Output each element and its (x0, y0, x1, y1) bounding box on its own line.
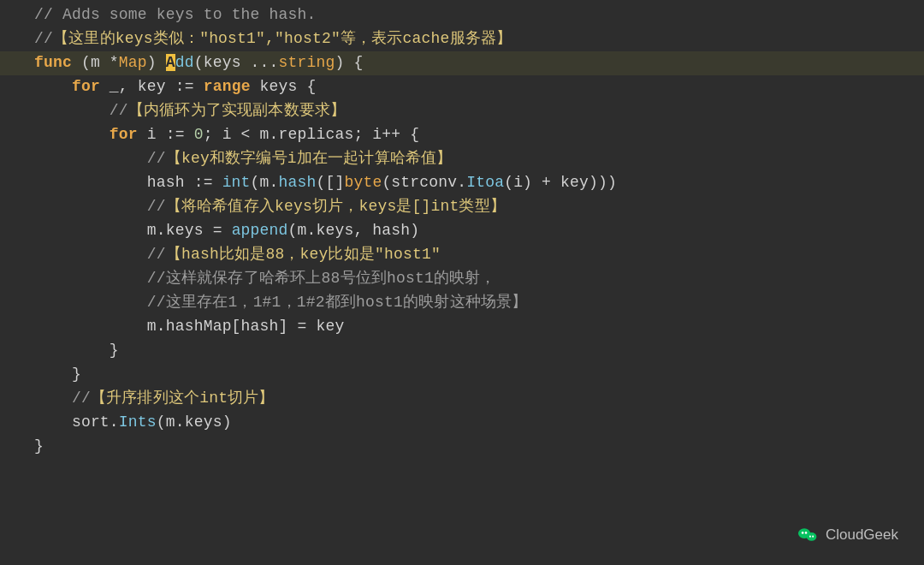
code-container: // Adds some keys to the hash.//【这里的keys… (0, 0, 924, 565)
line-content: //这里存在1，1#1，1#2都到host1的映射这种场景】 (34, 291, 527, 315)
var-token (34, 126, 110, 143)
var-token: sort. (34, 413, 119, 431)
chinese-token: 【升序排列这个int切片】 (91, 390, 275, 407)
keyword-token: func (34, 54, 72, 71)
code-line: m.keys = append(m.keys, hash) (0, 219, 924, 243)
code-line: //【这里的keys类似："host1","host2"等，表示cache服务器… (0, 27, 924, 51)
line-content: //【将哈希值存入keys切片，keys是[]int类型】 (34, 195, 506, 219)
chinese-token: 【hash比如是88，key比如是"host1" (166, 246, 441, 263)
line-content: m.keys = append(m.keys, hash) (34, 219, 419, 243)
type-token: byte (344, 174, 382, 191)
svg-point-5 (812, 535, 814, 537)
keyword-token: range (204, 78, 251, 95)
var-token: m.hashMap[hash] = key (34, 318, 344, 335)
watermark-text: CloudGeek (826, 524, 898, 546)
line-content: hash := int(m.hash([]byte(strconv.Itoa(i… (34, 171, 617, 195)
line-content: // Adds some keys to the hash. (34, 3, 316, 27)
svg-point-2 (805, 532, 808, 534)
code-line: //这样就保存了哈希环上88号位到host1的映射， (0, 267, 924, 291)
chinese-token: 【这里的keys类似："host1","host2"等，表示cache服务器】 (53, 30, 512, 47)
comment-token: // (72, 390, 91, 407)
line-content: for _, key := range keys { (34, 75, 317, 99)
code-line: //【key和数字编号i加在一起计算哈希值】 (0, 147, 924, 171)
code-line: for i := 0; i < m.replicas; i++ { (0, 123, 924, 147)
comment-token: the (232, 6, 260, 23)
comment-token: // (147, 246, 166, 263)
var-token: (m.keys, hash) (288, 222, 420, 239)
code-line: func (m *Map) Add(keys ...string) { (0, 51, 924, 75)
var-token: (strconv. (382, 174, 466, 191)
comment-token: // (34, 30, 53, 47)
var-token: } (34, 366, 81, 383)
method-token: Itoa (466, 174, 504, 191)
var-token (34, 246, 147, 263)
code-line: // Adds some keys to the hash. (0, 3, 924, 27)
keyword-token: for (110, 126, 138, 143)
wechat-icon (797, 524, 819, 546)
comment-token: // (110, 102, 128, 119)
var-token (34, 198, 147, 215)
type-token: Map (119, 54, 147, 71)
code-line: hash := int(m.hash([]byte(strconv.Itoa(i… (0, 171, 924, 195)
watermark: CloudGeek (797, 524, 898, 546)
line-content: sort.Ints(m.keys) (34, 411, 232, 435)
code-line: for _, key := range keys { (0, 75, 924, 99)
var-token: (m. (251, 174, 279, 191)
code-line: sort.Ints(m.keys) (0, 411, 924, 435)
method-token: hash (279, 174, 317, 191)
chinese-token: 【key和数字编号i加在一起计算哈希值】 (166, 150, 453, 167)
var-token: (m.keys) (157, 413, 232, 431)
code-line: } (0, 435, 924, 459)
code-line: m.hashMap[hash] = key (0, 315, 924, 339)
keyword-token: for (72, 78, 100, 95)
code-line: //【升序排列这个int切片】 (0, 387, 924, 411)
code-line: } (0, 339, 924, 363)
func-token: append (232, 222, 288, 239)
var-token (34, 390, 72, 407)
func-token: dd (175, 54, 194, 71)
func-token: int (222, 174, 251, 191)
line-content: //【升序排列这个int切片】 (34, 387, 275, 411)
var-token: } (34, 437, 44, 455)
line-content: //【内循环为了实现副本数要求】 (34, 99, 346, 123)
code-line: //这里存在1，1#1，1#2都到host1的映射这种场景】 (0, 291, 924, 315)
var-token: m.keys = (34, 222, 232, 239)
code-line: //【hash比如是88，key比如是"host1" (0, 243, 924, 267)
svg-point-4 (809, 535, 811, 537)
cursor-token: A (166, 54, 175, 71)
svg-point-1 (802, 532, 804, 534)
line-content: for i := 0; i < m.replicas; i++ { (34, 123, 419, 147)
num-token: 0 (194, 126, 204, 143)
code-line: //【内循环为了实现副本数要求】 (0, 99, 924, 123)
var-token: ) { (335, 54, 363, 71)
line-content: } (34, 339, 119, 363)
var-token (34, 294, 147, 311)
method-token: Ints (119, 413, 157, 431)
chinese-token: 【将哈希值存入keys切片，keys是[]int类型】 (166, 198, 506, 215)
var-token: (keys ... (194, 54, 279, 71)
code-line: //【将哈希值存入keys切片，keys是[]int类型】 (0, 195, 924, 219)
var-token (34, 78, 72, 95)
line-content: } (34, 363, 81, 387)
var-token: hash := (34, 174, 222, 191)
comment-token: // Adds some keys to (34, 6, 232, 23)
chinese-token: 【内循环为了实现副本数要求】 (128, 102, 346, 119)
type-token: string (279, 54, 335, 71)
line-content: //【这里的keys类似："host1","host2"等，表示cache服务器… (34, 27, 512, 51)
var-token: ([] (316, 174, 344, 191)
var-token (34, 150, 147, 167)
var-token: (i) + key))) (504, 174, 617, 191)
comment-token: // (147, 198, 166, 215)
line-content: //【key和数字编号i加在一起计算哈希值】 (34, 147, 453, 171)
comment-token: hash. (260, 6, 317, 23)
var-token: } (34, 342, 119, 359)
var-token: ; i < m.replicas; i++ { (204, 126, 420, 143)
line-content: } (34, 435, 44, 459)
line-content: //【hash比如是88，key比如是"host1" (34, 243, 441, 267)
line-content: //这样就保存了哈希环上88号位到host1的映射， (34, 267, 496, 291)
var-token: i := (138, 126, 194, 143)
var-token (34, 270, 147, 287)
line-content: func (m *Map) Add(keys ...string) { (34, 51, 363, 75)
var-token: (m * (72, 54, 119, 71)
var-token: _, key := (100, 78, 204, 95)
